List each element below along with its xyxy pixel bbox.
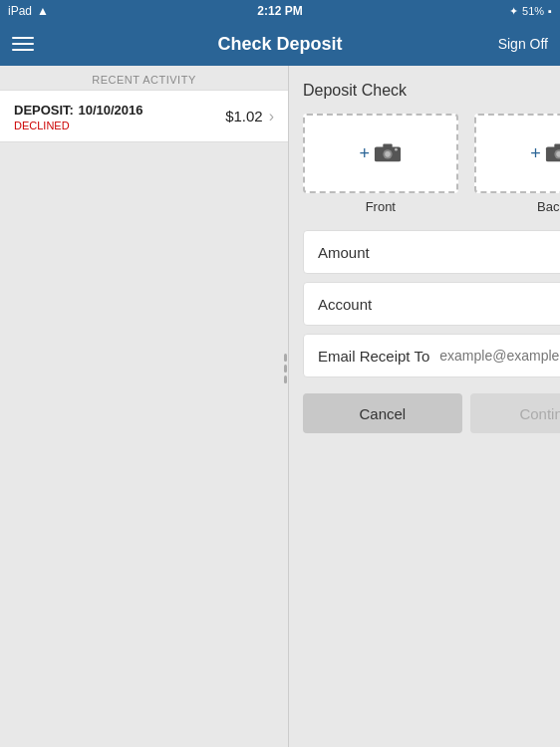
plus-icon: +: [360, 143, 371, 164]
page-title: Check Deposit: [217, 34, 342, 55]
deposit-item[interactable]: DEPOSIT: 10/10/2016 DECLINED $1.02 ›: [0, 90, 288, 142]
front-photo-button[interactable]: +: [303, 114, 458, 193]
deposit-check-title: Deposit Check: [303, 82, 560, 100]
svg-rect-3: [383, 143, 392, 147]
amount-label: Amount: [318, 244, 370, 261]
battery-icon: ▪: [548, 5, 552, 17]
scroll-dot: [284, 354, 287, 362]
camera-icon: [545, 140, 560, 167]
hamburger-icon: [12, 43, 34, 45]
continue-button[interactable]: Continue: [470, 393, 560, 433]
deposit-amount: $1.02: [225, 108, 263, 124]
deposit-date: 10/10/2016: [78, 103, 142, 118]
scroll-indicator: [283, 339, 288, 398]
svg-point-4: [395, 147, 398, 150]
deposit-status: DECLINED: [14, 120, 143, 131]
deposit-label: DEPOSIT:: [14, 103, 74, 118]
back-photo-box: + Back: [474, 114, 560, 214]
front-photo-box: + Front: [303, 114, 458, 214]
right-panel: Deposit Check +: [289, 66, 560, 747]
hamburger-icon: [12, 37, 34, 39]
email-receipt-label: Email Receipt To: [318, 348, 429, 365]
plus-icon: +: [530, 143, 541, 164]
battery-label: 51%: [522, 5, 544, 17]
back-label: Back: [537, 199, 560, 214]
device-label: iPad: [8, 4, 32, 18]
email-input[interactable]: [439, 348, 560, 364]
chevron-right-icon: ›: [269, 108, 274, 125]
main-layout: RECENT ACTIVITY DEPOSIT: 10/10/2016 DECL…: [0, 66, 560, 747]
action-row: Cancel Continue: [303, 393, 560, 433]
status-left: iPad ▲: [8, 4, 49, 18]
back-photo-button[interactable]: +: [474, 114, 560, 193]
account-field[interactable]: Account ›: [303, 282, 560, 326]
sign-off-button[interactable]: Sign Off: [498, 36, 548, 52]
menu-button[interactable]: [12, 37, 34, 51]
status-right: ✦ 51% ▪: [509, 5, 552, 18]
svg-rect-8: [554, 143, 560, 147]
camera-icon: [374, 140, 402, 167]
wifi-icon: ▲: [37, 4, 49, 18]
photo-row: + Front: [303, 114, 560, 214]
svg-point-2: [385, 151, 391, 157]
deposit-info: DEPOSIT: 10/10/2016 DECLINED: [14, 101, 143, 131]
scroll-dot: [284, 365, 287, 373]
hamburger-icon: [12, 49, 34, 51]
cancel-button[interactable]: Cancel: [303, 393, 462, 433]
recent-activity-header: RECENT ACTIVITY: [0, 66, 288, 90]
status-bar: iPad ▲ 2:12 PM ✦ 51% ▪: [0, 0, 560, 22]
front-camera-icon-wrapper: +: [360, 140, 403, 167]
front-label: Front: [366, 199, 396, 214]
bluetooth-icon: ✦: [509, 5, 518, 18]
nav-bar: Check Deposit Sign Off: [0, 22, 560, 66]
amount-field[interactable]: Amount ›: [303, 230, 560, 274]
account-label: Account: [318, 296, 372, 313]
back-camera-icon-wrapper: +: [530, 140, 560, 167]
email-row: Email Receipt To: [303, 334, 560, 377]
status-time: 2:12 PM: [257, 4, 302, 18]
scroll-dot: [284, 375, 287, 383]
left-panel: RECENT ACTIVITY DEPOSIT: 10/10/2016 DECL…: [0, 66, 289, 747]
deposit-right: $1.02 ›: [225, 108, 274, 125]
